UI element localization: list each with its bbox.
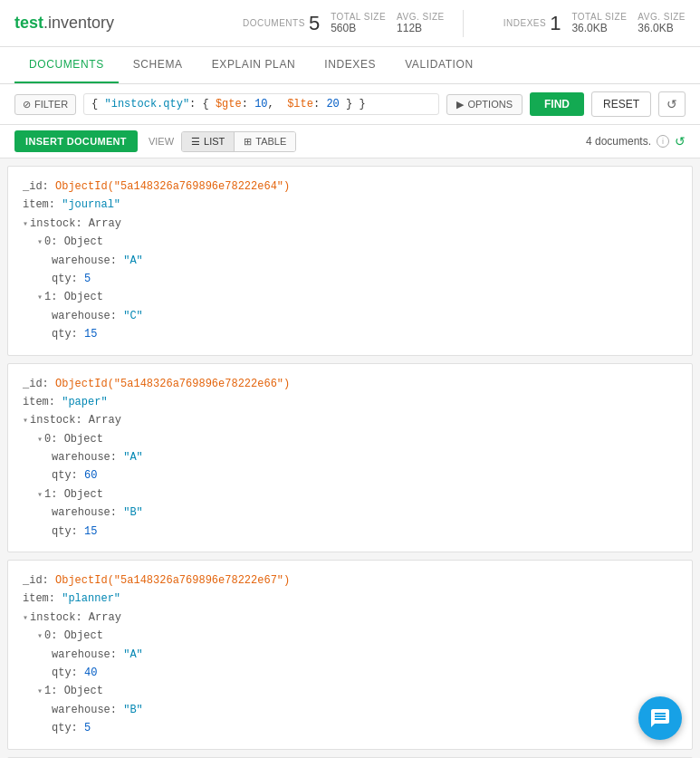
instock-0-warehouse-2: warehouse: "A" bbox=[23, 448, 677, 466]
instock-0-2: ▾0: Object bbox=[23, 430, 677, 448]
logo-prefix: test bbox=[14, 14, 43, 32]
logo-suffix: .inventory bbox=[43, 14, 114, 32]
options-label: OPTIONS bbox=[467, 99, 513, 110]
collapse-instock-1-2[interactable]: ▾ bbox=[37, 490, 43, 500]
field-id-1: _id: ObjectId("5a148326a769896e78222e64"… bbox=[23, 178, 677, 196]
tab-validation[interactable]: VALIDATION bbox=[390, 47, 488, 83]
options-button[interactable]: ▶ OPTIONS bbox=[446, 94, 523, 115]
view-label: VIEW bbox=[149, 136, 174, 147]
documents-avg-stats: AVG. SIZE 112B bbox=[397, 12, 445, 34]
instock-1-warehouse-1: warehouse: "C" bbox=[23, 307, 677, 325]
list-icon: ☰ bbox=[191, 136, 200, 148]
collapse-instock-1-1[interactable]: ▾ bbox=[37, 293, 43, 302]
field-item-1: item: "journal" bbox=[23, 196, 677, 214]
document-count: 4 documents. i ↺ bbox=[586, 134, 686, 149]
total-size-label: TOTAL SIZE bbox=[331, 12, 386, 22]
tab-documents[interactable]: DOCUMENTS bbox=[14, 47, 119, 83]
query-toolbar: ⊘ FILTER { "instock.qty": { $gte: 10, $l… bbox=[0, 84, 700, 125]
filter-label: FILTER bbox=[34, 99, 68, 110]
refresh-icon[interactable]: ↺ bbox=[675, 134, 686, 149]
documents-container: _id: ObjectId("5a148326a769896e78222e64"… bbox=[0, 158, 700, 758]
insert-document-button[interactable]: INSERT DOCUMENT bbox=[14, 130, 138, 152]
table-view-button[interactable]: ⊞ TABLE bbox=[235, 132, 295, 151]
clock-icon: ↺ bbox=[666, 97, 677, 111]
action-bar: INSERT DOCUMENT VIEW ☰ LIST ⊞ TABLE 4 do… bbox=[0, 125, 700, 158]
list-label: LIST bbox=[204, 136, 225, 147]
documents-stat: DOCUMENTS 5 TOTAL SIZE 560B AVG. SIZE 11… bbox=[243, 12, 445, 35]
field-instock-3: ▾instock: Array bbox=[23, 609, 677, 627]
collapse-instock-1-3[interactable]: ▾ bbox=[37, 686, 43, 696]
collapse-instock-0-2[interactable]: ▾ bbox=[37, 435, 43, 445]
filter-button[interactable]: ⊘ FILTER bbox=[14, 94, 76, 115]
instock-1-qty-3: qty: 5 bbox=[23, 719, 677, 737]
query-container: { "instock.qty": { $gte: 10, $lte: 20 } … bbox=[83, 93, 439, 115]
documents-count: 5 bbox=[309, 12, 320, 35]
field-id-2: _id: ObjectId("5a148326a769896e78222e66"… bbox=[23, 375, 677, 393]
instock-1-qty-1: qty: 15 bbox=[23, 325, 677, 343]
tab-schema[interactable]: SCHEMA bbox=[119, 47, 197, 83]
find-button[interactable]: FIND bbox=[530, 92, 584, 116]
indexes-sub-stats: TOTAL SIZE 36.0KB bbox=[571, 12, 627, 34]
stat-separator bbox=[463, 10, 464, 37]
collapse-instock-0-3[interactable]: ▾ bbox=[37, 631, 43, 641]
info-icon[interactable]: i bbox=[657, 135, 669, 148]
doc-count-text: 4 documents. bbox=[586, 135, 651, 148]
documents-avg-size: 112B bbox=[397, 22, 445, 34]
instock-1-1: ▾1: Object bbox=[23, 288, 677, 306]
header: test.inventory DOCUMENTS 5 TOTAL SIZE 56… bbox=[0, 0, 700, 47]
view-toggle: ☰ LIST ⊞ TABLE bbox=[181, 131, 296, 152]
instock-0-qty-2: qty: 60 bbox=[23, 466, 677, 485]
table-label: TABLE bbox=[255, 136, 286, 147]
field-instock-2: ▾instock: Array bbox=[23, 411, 677, 429]
indexes-total-size: 36.0KB bbox=[571, 22, 627, 34]
instock-1-3: ▾1: Object bbox=[23, 682, 677, 700]
indexes-avg-size-label: AVG. SIZE bbox=[638, 12, 686, 22]
collapse-instock-1[interactable]: ▾ bbox=[23, 219, 28, 229]
chat-button[interactable] bbox=[638, 696, 682, 740]
filter-icon: ⊘ bbox=[23, 99, 31, 110]
instock-1-qty-2: qty: 15 bbox=[23, 523, 677, 541]
instock-0-warehouse-1: warehouse: "A" bbox=[23, 252, 677, 270]
document-card-3: _id: ObjectId("5a148326a769896e78222e67"… bbox=[7, 560, 693, 750]
indexes-stat: INDEXES 1 TOTAL SIZE 36.0KB AVG. SIZE 36… bbox=[503, 12, 686, 35]
documents-sub-stats: TOTAL SIZE 560B bbox=[331, 12, 386, 34]
table-icon: ⊞ bbox=[244, 136, 252, 148]
instock-0-3: ▾0: Object bbox=[23, 627, 677, 645]
tab-bar: DOCUMENTS SCHEMA EXPLAIN PLAN INDEXES VA… bbox=[0, 47, 700, 84]
collapse-instock-0-1[interactable]: ▾ bbox=[37, 237, 43, 247]
history-button[interactable]: ↺ bbox=[658, 91, 686, 117]
instock-0-qty-1: qty: 5 bbox=[23, 270, 677, 288]
indexes-avg-stats: AVG. SIZE 36.0KB bbox=[638, 12, 686, 34]
indexes-count: 1 bbox=[550, 12, 561, 35]
documents-label: DOCUMENTS bbox=[243, 18, 305, 28]
chat-icon bbox=[649, 707, 671, 729]
list-view-button[interactable]: ☰ LIST bbox=[182, 132, 235, 151]
tab-indexes[interactable]: INDEXES bbox=[310, 47, 390, 83]
document-card-2: _id: ObjectId("5a148326a769896e78222e66"… bbox=[7, 363, 693, 553]
indexes-avg-size: 36.0KB bbox=[638, 22, 686, 34]
field-item-2: item: "paper" bbox=[23, 393, 677, 411]
document-card-1: _id: ObjectId("5a148326a769896e78222e64"… bbox=[7, 166, 693, 356]
field-instock-1: ▾instock: Array bbox=[23, 215, 677, 233]
documents-total-size: 560B bbox=[331, 22, 386, 34]
options-arrow-icon: ▶ bbox=[456, 99, 464, 110]
indexes-total-size-label: TOTAL SIZE bbox=[571, 12, 627, 22]
instock-0-warehouse-3: warehouse: "A" bbox=[23, 646, 677, 664]
instock-1-warehouse-3: warehouse: "B" bbox=[23, 701, 677, 719]
collapse-instock-3[interactable]: ▾ bbox=[23, 613, 28, 623]
indexes-label: INDEXES bbox=[503, 18, 546, 28]
avg-size-label: AVG. SIZE bbox=[397, 12, 445, 22]
field-item-3: item: "planner" bbox=[23, 590, 677, 608]
instock-1-2: ▾1: Object bbox=[23, 485, 677, 504]
tab-explain-plan[interactable]: EXPLAIN PLAN bbox=[197, 47, 311, 83]
instock-1-warehouse-2: warehouse: "B" bbox=[23, 504, 677, 522]
instock-0-1: ▾0: Object bbox=[23, 233, 677, 251]
instock-0-qty-3: qty: 40 bbox=[23, 664, 677, 682]
query-text: { "instock.qty": { $gte: 10, $lte: 20 } … bbox=[91, 98, 366, 110]
field-id-3: _id: ObjectId("5a148326a769896e78222e67"… bbox=[23, 571, 677, 590]
app-logo[interactable]: test.inventory bbox=[14, 14, 114, 33]
reset-button[interactable]: RESET bbox=[591, 91, 651, 117]
collapse-instock-2[interactable]: ▾ bbox=[23, 416, 28, 426]
